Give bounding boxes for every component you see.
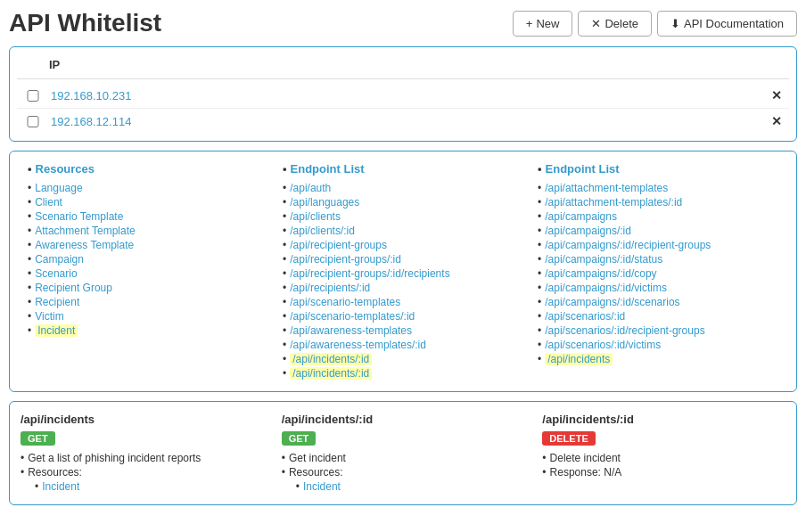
bottom-col-3: /api/incidents/:id DELETE Delete inciden… <box>542 413 785 494</box>
delete-button-label: Delete <box>604 17 638 30</box>
plus-icon: + <box>526 17 533 30</box>
list-item: /api/recipient-groups <box>283 238 523 252</box>
list-item: Recipient Group <box>28 281 268 295</box>
row-checkbox-1[interactable] <box>24 90 42 102</box>
row-checkbox-2[interactable] <box>24 116 42 127</box>
list-item: Get incident <box>282 451 525 465</box>
list-item: Client <box>28 195 268 209</box>
list-item: /api/campaigns/:id/copy <box>538 266 778 281</box>
resources-column: Resources Language Client Scenario Templ… <box>21 162 276 381</box>
list-item: /api/awareness-templates <box>283 323 523 338</box>
list-item: Attachment Template <box>28 224 268 238</box>
ip-address-1: 192.168.10.231 <box>51 89 771 102</box>
whitelist-section: IP 192.168.10.231 ✕ 192.168.12.114 ✕ <box>9 46 797 142</box>
resources-list: Language Client Scenario Template Attach… <box>28 181 268 338</box>
endpoint-list-2-heading: Endpoint List <box>538 162 778 176</box>
endpoint-list-1: /api/auth /api/languages /api/clients /a… <box>283 181 523 381</box>
delete-badge: DELETE <box>542 431 595 446</box>
list-item: Resources: <box>21 465 264 479</box>
list-item: Delete incident <box>542 451 785 465</box>
list-item: Incident <box>35 479 264 494</box>
resources-heading-text: Resources <box>36 162 95 176</box>
delete-row-1-button[interactable]: ✕ <box>771 88 782 102</box>
list-item: Awareness Template <box>28 238 268 252</box>
bottom-list-2: Get incident Resources: <box>282 451 525 479</box>
endpoint-list-1-column: Endpoint List /api/auth /api/languages /… <box>276 162 530 381</box>
get-badge-2: GET <box>282 431 317 446</box>
list-item: /api/clients/:id <box>283 224 523 238</box>
list-item: /api/scenario-templates <box>283 295 523 309</box>
bottom-list-1: Get a list of phishing incident reports … <box>21 451 264 479</box>
list-item: /api/clients <box>283 209 523 224</box>
list-item: Language <box>28 181 268 195</box>
api-documentation-button[interactable]: ⬇ API Documentation <box>657 11 797 37</box>
list-item: /api/recipient-groups/:id <box>283 252 523 266</box>
list-item: /api/campaigns <box>538 209 778 224</box>
whitelist-row: 192.168.12.114 ✕ <box>17 109 789 134</box>
list-item: Campaign <box>28 252 268 266</box>
list-item: /api/scenarios/:id/victims <box>538 338 778 352</box>
download-icon: ⬇ <box>670 17 680 30</box>
endpoint-list-2-column: Endpoint List /api/attachment-templates … <box>530 162 785 381</box>
list-item: Scenario <box>28 266 268 281</box>
sub-list-1: Incident <box>21 479 264 494</box>
list-item: /api/scenarios/:id/recipient-groups <box>538 323 778 338</box>
list-item: /api/recipient-groups/:id/recipients <box>283 266 523 281</box>
list-item: /api/attachment-templates/:id <box>538 195 778 209</box>
list-item: /api/scenarios/:id <box>538 309 778 323</box>
endpoint-list-2: /api/attachment-templates /api/attachmen… <box>538 181 778 366</box>
list-item: /api/recipients/:id <box>283 281 523 295</box>
bottom-panel: /api/incidents GET Get a list of phishin… <box>9 401 797 505</box>
header-buttons: + New ✕ Delete ⬇ API Documentation <box>513 11 797 37</box>
list-item: Victim <box>28 309 268 323</box>
endpoint-list-1-heading: Endpoint List <box>283 162 523 176</box>
delete-button[interactable]: ✕ Delete <box>578 11 652 37</box>
list-item: /api/campaigns/:id/victims <box>538 281 778 295</box>
list-item: Scenario Template <box>28 209 268 224</box>
api-documentation-label: API Documentation <box>684 17 784 30</box>
list-item: /api/incidents <box>538 352 778 366</box>
list-item: /api/scenario-templates/:id <box>283 309 523 323</box>
new-button[interactable]: + New <box>513 11 573 37</box>
whitelist-column-header: IP <box>17 54 789 79</box>
list-item: /api/campaigns/:id/recipient-groups <box>538 238 778 252</box>
list-item: /api/awareness-templates/:id <box>283 338 523 352</box>
sub-list-2: Incident <box>282 479 525 494</box>
get-badge-1: GET <box>21 431 55 446</box>
bottom-col-1: /api/incidents GET Get a list of phishin… <box>21 413 264 494</box>
list-item: Response: N/A <box>542 465 785 479</box>
endpoint-list-1-heading-text: Endpoint List <box>291 162 365 176</box>
middle-panel: Resources Language Client Scenario Templ… <box>9 151 797 392</box>
list-item: /api/campaigns/:id/scenarios <box>538 295 778 309</box>
list-item: Resources: <box>282 465 525 479</box>
list-item: /api/auth <box>283 181 523 195</box>
list-item: /api/incidents/:id <box>283 352 523 366</box>
list-item: /api/incidents/:id <box>283 366 523 381</box>
bottom-col-2: /api/incidents/:id GET Get incident Reso… <box>282 413 525 494</box>
ip-address-2: 192.168.12.114 <box>51 115 771 128</box>
list-item: Recipient <box>28 295 268 309</box>
delete-row-2-button[interactable]: ✕ <box>771 114 782 128</box>
endpoint-list-2-heading-text: Endpoint List <box>546 162 620 176</box>
page-title: API Whitelist <box>9 9 161 37</box>
list-item: /api/campaigns/:id/status <box>538 252 778 266</box>
bottom-list-3: Delete incident Response: N/A <box>542 451 785 479</box>
list-item: Get a list of phishing incident reports <box>21 451 264 465</box>
whitelist-row: 192.168.10.231 ✕ <box>17 83 789 109</box>
resources-heading: Resources <box>28 162 268 176</box>
list-item: /api/languages <box>283 195 523 209</box>
bottom-endpoint-2-title: /api/incidents/:id <box>282 413 525 426</box>
list-item: Incident <box>28 323 268 338</box>
list-item: Incident <box>296 479 525 494</box>
list-item: /api/campaigns/:id <box>538 224 778 238</box>
x-icon: ✕ <box>591 17 601 30</box>
list-item: /api/attachment-templates <box>538 181 778 195</box>
page-header: API Whitelist + New ✕ Delete ⬇ API Docum… <box>9 9 797 37</box>
bottom-endpoint-1-title: /api/incidents <box>21 413 264 426</box>
bottom-endpoint-3-title: /api/incidents/:id <box>542 413 785 426</box>
new-button-label: New <box>536 17 559 30</box>
